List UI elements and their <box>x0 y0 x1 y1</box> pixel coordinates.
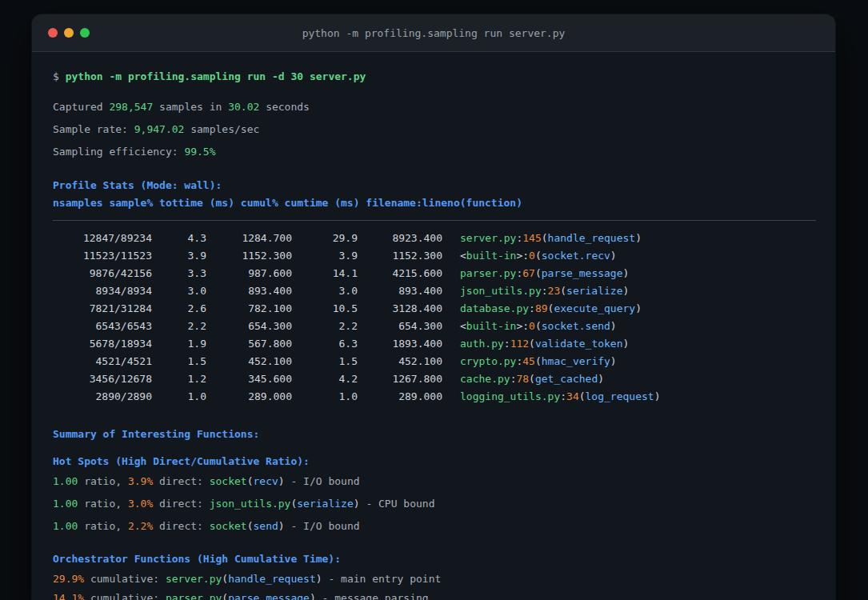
function-cell: auth.py:112(validate_token) <box>460 335 629 353</box>
orchestrators-heading: Orchestrator Functions (High Cumulative … <box>53 550 835 568</box>
table-cell: 1.5 <box>152 353 206 370</box>
table-cell: 8923.400 <box>358 230 442 247</box>
table-cell: 1.0 <box>292 388 358 406</box>
table-cell: 1152.300 <box>358 247 442 265</box>
function-cell: database.py:89(execute_query) <box>460 300 642 318</box>
table-cell: 289.000 <box>206 388 292 406</box>
function-cell: cache.py:78(get_cached) <box>460 370 604 388</box>
table-cell: 893.400 <box>358 282 442 300</box>
table-cell: 452.100 <box>358 353 442 370</box>
function-cell: logging_utils.py:34(log_request) <box>460 388 660 406</box>
table-cell: 4521/4521 <box>53 353 152 370</box>
table-row: 4521/45211.5452.1001.5452.100crypto.py:4… <box>53 353 835 370</box>
table-cell: 3.0 <box>152 282 206 300</box>
info-line: Sampling efficiency: 99.5% <box>53 141 835 163</box>
shell-prompt: $ <box>53 70 66 82</box>
table-cell: 893.400 <box>206 282 292 300</box>
table-cell: 7821/31284 <box>53 300 152 318</box>
table-cell: 1267.800 <box>358 370 442 388</box>
traffic-lights <box>48 14 90 51</box>
stats-divider <box>53 220 816 221</box>
hot-spot-line: 1.00 ratio, 3.0% direct: json_utils.py(s… <box>53 493 835 515</box>
table-cell: 3.0 <box>292 282 358 300</box>
table-cell: 452.100 <box>206 353 292 370</box>
table-cell: 6543/6543 <box>53 318 152 335</box>
table-row: 12847/892344.31284.70029.98923.400server… <box>53 230 835 247</box>
table-cell: 4215.600 <box>358 265 442 282</box>
table-cell: 289.000 <box>358 388 442 406</box>
table-cell: 3456/12678 <box>53 370 152 388</box>
info-line: Sample rate: 9,947.02 samples/sec <box>53 118 835 141</box>
table-cell: 5678/18934 <box>53 335 152 353</box>
table-cell: 1284.700 <box>206 230 292 247</box>
function-cell: parser.py:67(parse_message) <box>460 265 629 282</box>
capture-info: Captured 298,547 samples in 30.02 second… <box>53 96 835 163</box>
hot-spots-heading: Hot Spots (High Direct/Cumulative Ratio)… <box>53 453 835 470</box>
window-title: python -m profiling.sampling run server.… <box>32 27 835 39</box>
maximize-button[interactable] <box>80 28 90 38</box>
table-cell: 10.5 <box>292 300 358 318</box>
terminal-window: python -m profiling.sampling run server.… <box>32 14 835 600</box>
table-cell: 1.0 <box>152 388 206 406</box>
function-cell: crypto.py:45(hmac_verify) <box>460 353 617 370</box>
hot-spot-line: 1.00 ratio, 3.9% direct: socket(recv) - … <box>53 470 835 493</box>
orchestrator-line: 29.9% cumulative: server.py(handle_reque… <box>53 570 835 589</box>
stats-heading: Profile Stats (Mode: wall): <box>53 177 835 194</box>
hot-spots-list: 1.00 ratio, 3.9% direct: socket(recv) - … <box>53 470 835 538</box>
table-cell: 567.800 <box>206 335 292 353</box>
table-row: 3456/126781.2345.6004.21267.800cache.py:… <box>53 370 835 388</box>
table-row: 9876/421563.3987.60014.14215.600parser.p… <box>53 265 835 282</box>
table-row: 11523/115233.91152.3003.91152.300<built-… <box>53 247 835 265</box>
table-cell: 2890/2890 <box>53 388 152 406</box>
table-row: 8934/89343.0893.4003.0893.400json_utils.… <box>53 282 835 300</box>
close-button[interactable] <box>48 28 58 38</box>
table-cell: 1152.300 <box>206 247 292 265</box>
table-row: 6543/65432.2654.3002.2654.300<built-in>:… <box>53 318 835 335</box>
table-cell: 8934/8934 <box>53 282 152 300</box>
table-row: 2890/28901.0289.0001.0289.000logging_uti… <box>53 388 835 406</box>
function-cell: <built-in>:0(socket.recv) <box>460 247 617 265</box>
table-cell: 29.9 <box>292 230 358 247</box>
table-cell: 782.100 <box>206 300 292 318</box>
hot-spot-line: 1.00 ratio, 2.2% direct: socket(send) - … <box>53 515 835 538</box>
table-cell: 14.1 <box>292 265 358 282</box>
table-row: 5678/189341.9567.8006.31893.400auth.py:1… <box>53 335 835 353</box>
table-cell: 3.9 <box>152 247 206 265</box>
table-cell: 2.2 <box>152 318 206 335</box>
table-row: 7821/312842.6782.10010.53128.400database… <box>53 300 835 318</box>
function-cell: <built-in>:0(socket.send) <box>460 318 617 335</box>
table-cell: 3.3 <box>152 265 206 282</box>
terminal-output: $ python -m profiling.sampling run -d 30… <box>32 68 835 600</box>
table-cell: 1.5 <box>292 353 358 370</box>
function-cell: json_utils.py:23(serialize) <box>460 282 629 300</box>
table-cell: 654.300 <box>206 318 292 335</box>
minimize-button[interactable] <box>64 28 74 38</box>
table-cell: 4.2 <box>292 370 358 388</box>
orchestrators-list: 29.9% cumulative: server.py(handle_reque… <box>53 570 835 600</box>
table-cell: 1893.400 <box>358 335 442 353</box>
table-cell: 2.2 <box>292 318 358 335</box>
stats-table: 12847/892344.31284.70029.98923.400server… <box>53 230 835 406</box>
function-cell: server.py:145(handle_request) <box>460 230 642 247</box>
summary-heading: Summary of Interesting Functions: <box>53 426 835 443</box>
table-cell: 2.6 <box>152 300 206 318</box>
table-cell: 11523/11523 <box>53 247 152 265</box>
table-cell: 345.600 <box>206 370 292 388</box>
table-cell: 12847/89234 <box>53 230 152 247</box>
table-cell: 9876/42156 <box>53 265 152 282</box>
table-cell: 3.9 <box>292 247 358 265</box>
orchestrator-line: 14.1% cumulative: parser.py(parse_messag… <box>53 589 835 600</box>
title-bar: python -m profiling.sampling run server.… <box>32 14 835 52</box>
shell-command: python -m profiling.sampling run -d 30 s… <box>66 70 366 82</box>
table-cell: 1.9 <box>152 335 206 353</box>
table-cell: 1.2 <box>152 370 206 388</box>
stats-column-header: nsamples sample% tottime (ms) cumul% cum… <box>53 194 835 212</box>
table-cell: 4.3 <box>152 230 206 247</box>
table-cell: 654.300 <box>358 318 442 335</box>
table-cell: 987.600 <box>206 265 292 282</box>
table-cell: 6.3 <box>292 335 358 353</box>
command-line: $ python -m profiling.sampling run -d 30… <box>53 68 835 86</box>
table-cell: 3128.400 <box>358 300 442 318</box>
info-line: Captured 298,547 samples in 30.02 second… <box>53 96 835 118</box>
